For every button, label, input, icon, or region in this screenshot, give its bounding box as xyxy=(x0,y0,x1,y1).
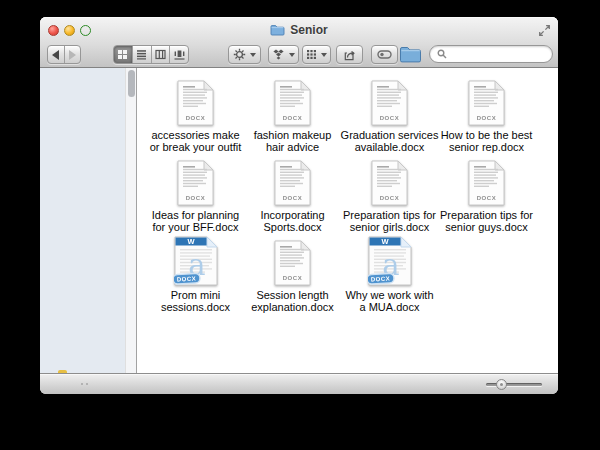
search-input[interactable] xyxy=(451,48,545,60)
file-name-line2: explanation.docx xyxy=(251,301,334,313)
file-item[interactable]: DOCX W a xyxy=(147,76,244,156)
docx-file-icon: DOCX W a xyxy=(274,236,311,286)
docx-badge: DOCX xyxy=(477,115,497,121)
docx-generic-icon: DOCX xyxy=(468,80,505,126)
file-item[interactable]: DOCX W a xyxy=(147,236,244,316)
file-item[interactable]: DOCX W a xyxy=(341,236,438,316)
file-name: Incorporating Sports.docx xyxy=(260,209,324,233)
docx-generic-icon: DOCX xyxy=(468,160,505,206)
docx-badge: DOCX xyxy=(283,115,303,121)
file-name: Why we work with a MUA.docx xyxy=(345,289,433,313)
arrange-grid-icon xyxy=(306,49,317,60)
file-name-line1: Why we work with xyxy=(345,289,433,301)
share-icon xyxy=(343,48,356,61)
file-item[interactable]: DOCX W a xyxy=(438,156,535,236)
word-w-letter: W xyxy=(381,237,389,246)
docx-file-icon: DOCX W a xyxy=(368,236,412,286)
toggle-button[interactable] xyxy=(371,45,398,64)
file-name: Prom mini sessions.docx xyxy=(161,289,230,313)
sidebar-scrollbar-thumb[interactable] xyxy=(128,70,135,97)
status-bar xyxy=(40,373,558,394)
titlebar[interactable]: Senior xyxy=(40,17,558,43)
file-name: Preparation tips for senior guys.docx xyxy=(440,209,533,233)
file-name-line2: senior rep.docx xyxy=(441,141,533,153)
dropbox-menu-button[interactable] xyxy=(268,45,299,64)
forward-button[interactable] xyxy=(65,46,81,63)
file-name-line2: senior guys.docx xyxy=(440,221,533,233)
sidebar-resize-handle[interactable] xyxy=(81,383,88,385)
forward-icon xyxy=(69,50,76,60)
close-button[interactable] xyxy=(48,25,59,36)
arrange-menu-button[interactable] xyxy=(302,45,331,64)
file-name: fashion makeup hair advice xyxy=(254,129,332,153)
dropdown-caret xyxy=(250,53,256,57)
docx-file-icon: DOCX W a xyxy=(174,236,218,286)
docx-file-icon: DOCX W a xyxy=(177,156,214,206)
file-item[interactable]: DOCX W a xyxy=(438,76,535,156)
docx-generic-icon: DOCX xyxy=(274,80,311,126)
file-item[interactable]: DOCX W a xyxy=(244,236,341,316)
file-name-line2: available.docx xyxy=(341,141,439,153)
file-name: Graduation services available.docx xyxy=(341,129,439,153)
coverflow-view-icon xyxy=(174,49,185,60)
file-name-line1: Ideas for planning xyxy=(152,209,239,221)
dropbox-icon xyxy=(272,48,285,61)
fullscreen-icon[interactable] xyxy=(538,24,551,37)
back-button[interactable] xyxy=(48,46,65,63)
docx-badge: DOCX xyxy=(283,195,303,201)
docx-generic-icon: DOCX xyxy=(177,80,214,126)
docx-badge: DOCX xyxy=(380,195,400,201)
file-item[interactable]: DOCX W a xyxy=(147,156,244,236)
file-name-line2: hair advice xyxy=(254,141,332,153)
file-name: How to be the best senior rep.docx xyxy=(441,129,533,153)
docx-file-icon: DOCX W a xyxy=(468,76,505,126)
view-mode-control xyxy=(113,45,189,64)
slider-knob[interactable] xyxy=(496,379,507,390)
docx-badge: DOCX xyxy=(370,275,390,282)
sidebar-scrollbar[interactable] xyxy=(125,68,136,373)
docx-word-icon: W a DOCX xyxy=(368,236,412,286)
file-name-line2: Sports.docx xyxy=(260,221,324,233)
docx-file-icon: DOCX W a xyxy=(371,76,408,126)
docx-file-icon: DOCX W a xyxy=(371,156,408,206)
file-browser-area[interactable]: DOCX W a xyxy=(137,68,558,373)
file-item[interactable]: DOCX W a xyxy=(244,156,341,236)
file-name-line1: How to be the best xyxy=(441,129,533,141)
file-item[interactable]: DOCX W a xyxy=(244,76,341,156)
file-name-line1: fashion makeup xyxy=(254,129,332,141)
file-name-line1: Preparation tips for xyxy=(440,209,533,221)
toggle-icon xyxy=(377,50,392,59)
nav-buttons xyxy=(47,45,81,64)
coverflow-view-button[interactable] xyxy=(170,46,188,63)
docx-word-icon: W a DOCX xyxy=(174,236,218,286)
toolbar xyxy=(40,43,558,67)
docx-badge: DOCX xyxy=(477,195,497,201)
icon-view-button[interactable] xyxy=(114,46,133,63)
docx-generic-icon: DOCX xyxy=(274,160,311,206)
icon-size-slider[interactable] xyxy=(486,383,542,386)
file-grid: DOCX W a xyxy=(147,76,535,316)
file-name: Ideas for planning for your BFF.docx xyxy=(152,209,239,233)
gear-icon xyxy=(233,48,246,61)
action-menu-button[interactable] xyxy=(228,45,261,64)
file-item[interactable]: DOCX W a xyxy=(341,156,438,236)
folder-button[interactable] xyxy=(399,45,422,68)
window-body: DOCX W a xyxy=(40,68,558,373)
share-button[interactable] xyxy=(336,45,363,64)
file-name-line2: for your BFF.docx xyxy=(152,221,239,233)
column-view-icon xyxy=(155,49,166,60)
title-text: Senior xyxy=(290,23,327,37)
sidebar[interactable] xyxy=(40,68,137,373)
search-field[interactable] xyxy=(429,45,553,63)
column-view-button[interactable] xyxy=(152,46,171,63)
file-item[interactable]: DOCX W a xyxy=(341,76,438,156)
zoom-button[interactable] xyxy=(80,25,91,36)
docx-file-icon: DOCX W a xyxy=(274,156,311,206)
file-name-line2: senior girls.docx xyxy=(343,221,436,233)
dropdown-caret xyxy=(321,53,327,57)
dropdown-caret xyxy=(289,53,295,57)
finder-window: Senior xyxy=(40,17,558,394)
minimize-button[interactable] xyxy=(64,25,75,36)
docx-file-icon: DOCX W a xyxy=(468,156,505,206)
list-view-button[interactable] xyxy=(133,46,152,63)
